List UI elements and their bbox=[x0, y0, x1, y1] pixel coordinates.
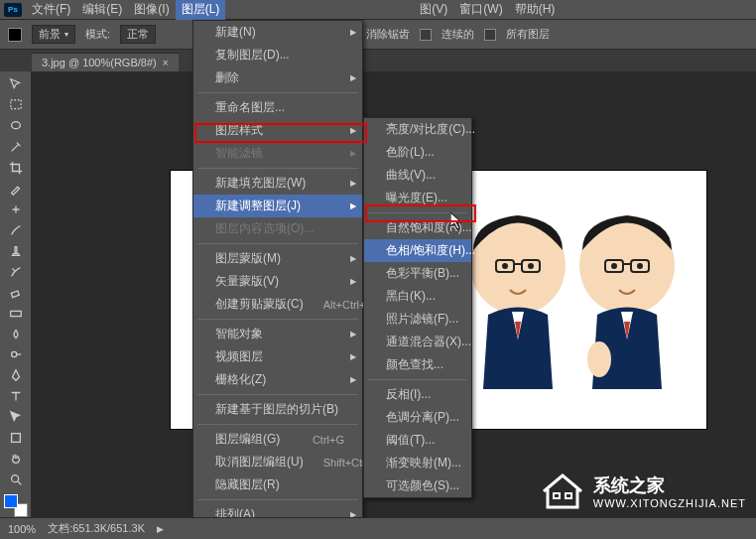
menu-item: 智能滤镜 bbox=[193, 142, 362, 165]
menu-item[interactable]: 色阶(L)... bbox=[364, 141, 471, 164]
contiguous-checkbox[interactable] bbox=[420, 29, 432, 41]
menu-item[interactable]: 图层编组(G)Ctrl+G bbox=[193, 428, 362, 451]
menu-item[interactable]: 阈值(T)... bbox=[364, 429, 471, 452]
menu-item[interactable]: 色调分离(P)... bbox=[364, 406, 471, 429]
menu-item-label: 删除 bbox=[215, 69, 239, 86]
menu-layer[interactable]: 图层(L) bbox=[176, 0, 226, 20]
menu-item-label: 可选颜色(S)... bbox=[386, 477, 459, 494]
color-swatches[interactable] bbox=[4, 494, 28, 517]
chevron-right-icon[interactable]: ▶ bbox=[157, 524, 164, 534]
menu-item[interactable]: 栅格化(Z) bbox=[193, 368, 362, 391]
alllayers-checkbox[interactable] bbox=[484, 29, 496, 41]
menu-item[interactable]: 新建(N) bbox=[193, 21, 362, 44]
blur-tool[interactable] bbox=[4, 325, 28, 343]
close-icon[interactable]: × bbox=[163, 58, 169, 68]
options-bar: 前景▾ 模式: 正常 消除锯齿 连续的 所有图层 bbox=[0, 20, 756, 50]
doc-size: 文档:651.3K/651.3K bbox=[48, 521, 145, 536]
document-tab[interactable]: 3.jpg @ 100%(RGB/8#) × bbox=[32, 53, 179, 71]
fill-swatch[interactable] bbox=[8, 28, 22, 42]
menu-item-label: 矢量蒙版(V) bbox=[215, 273, 279, 290]
menu-item-label: 智能滤镜 bbox=[215, 145, 263, 162]
svg-rect-2 bbox=[11, 291, 19, 298]
crop-tool[interactable] bbox=[4, 159, 28, 178]
gradient-tool[interactable] bbox=[4, 304, 28, 323]
move-tool[interactable] bbox=[4, 75, 28, 94]
menu-item[interactable]: 新建填充图层(W) bbox=[193, 172, 362, 195]
status-bar: 100% 文档:651.3K/651.3K ▶ bbox=[0, 517, 756, 539]
menu-item[interactable]: 新建基于图层的切片(B) bbox=[193, 398, 362, 421]
dodge-tool[interactable] bbox=[4, 345, 28, 364]
menu-view[interactable]: 图(V) bbox=[414, 0, 453, 20]
shape-tool[interactable] bbox=[4, 429, 28, 448]
mode-label: 模式: bbox=[85, 27, 110, 42]
menu-item-label: 新建基于图层的切片(B) bbox=[215, 401, 338, 418]
menu-item[interactable]: 图层蒙版(M) bbox=[193, 247, 362, 270]
foreground-combo[interactable]: 前景▾ bbox=[32, 25, 75, 44]
menu-item-label: 图层样式 bbox=[215, 122, 263, 139]
menu-item[interactable]: 视频图层 bbox=[193, 345, 362, 368]
wand-tool[interactable] bbox=[4, 138, 28, 157]
menu-item[interactable]: 智能对象 bbox=[193, 323, 362, 345]
menu-item[interactable]: 复制图层(D)... bbox=[193, 44, 362, 67]
menu-item[interactable]: 图层样式 bbox=[193, 119, 362, 142]
pen-tool[interactable] bbox=[4, 366, 28, 385]
menu-item-label: 重命名图层... bbox=[215, 99, 285, 116]
menu-item-label: 色彩平衡(B)... bbox=[386, 265, 459, 282]
menu-item[interactable]: 色相/饱和度(H)... bbox=[364, 239, 471, 262]
menu-help[interactable]: 帮助(H) bbox=[509, 0, 562, 20]
heal-tool[interactable] bbox=[4, 201, 28, 219]
menu-file[interactable]: 文件(F) bbox=[26, 0, 76, 20]
menu-item[interactable]: 黑白(K)... bbox=[364, 285, 471, 308]
history-brush-tool[interactable] bbox=[4, 262, 28, 281]
menu-item-label: 新建(N) bbox=[215, 24, 256, 41]
tool-palette bbox=[0, 71, 32, 517]
menu-window[interactable]: 窗口(W) bbox=[453, 0, 508, 20]
svg-point-18 bbox=[637, 263, 643, 269]
menu-item[interactable]: 可选颜色(S)... bbox=[364, 474, 471, 497]
svg-point-17 bbox=[611, 263, 617, 269]
menu-image[interactable]: 图像(I) bbox=[128, 0, 175, 20]
menu-item-label: 自然饱和度(R)... bbox=[386, 219, 472, 236]
menu-item[interactable]: 通道混合器(X)... bbox=[364, 331, 471, 353]
menu-item[interactable]: 删除 bbox=[193, 67, 362, 89]
menu-item[interactable]: 隐藏图层(R) bbox=[193, 473, 362, 496]
menu-item[interactable]: 曝光度(E)... bbox=[364, 187, 471, 209]
brush-tool[interactable] bbox=[4, 220, 28, 239]
menu-item-label: 创建剪贴蒙版(C) bbox=[215, 296, 304, 313]
menu-item-label: 通道混合器(X)... bbox=[386, 334, 471, 350]
shortcut-label: Ctrl+G bbox=[313, 434, 344, 446]
menu-item[interactable]: 渐变映射(M)... bbox=[364, 452, 471, 474]
menu-item[interactable]: 自然饱和度(R)... bbox=[364, 216, 471, 239]
menu-item[interactable]: 颜色查找... bbox=[364, 353, 471, 376]
house-icon bbox=[540, 472, 585, 511]
marquee-tool[interactable] bbox=[4, 96, 28, 115]
menu-item[interactable]: 取消图层编组(U)Shift+Ctrl+G bbox=[193, 451, 362, 473]
menu-item[interactable]: 重命名图层... bbox=[193, 96, 362, 119]
zoom-tool[interactable] bbox=[4, 471, 28, 489]
menu-edit[interactable]: 编辑(E) bbox=[76, 0, 128, 20]
menu-item[interactable]: 新建调整图层(J) bbox=[193, 195, 362, 217]
mode-combo[interactable]: 正常 bbox=[120, 25, 156, 44]
watermark-name: 系统之家 bbox=[593, 473, 746, 497]
menu-item[interactable]: 照片滤镜(F)... bbox=[364, 308, 471, 331]
zoom-level[interactable]: 100% bbox=[8, 523, 36, 535]
svg-rect-0 bbox=[10, 100, 21, 109]
menu-item[interactable]: 创建剪贴蒙版(C)Alt+Ctrl+G bbox=[193, 293, 362, 316]
eyedropper-tool[interactable] bbox=[4, 180, 28, 199]
stamp-tool[interactable] bbox=[4, 241, 28, 260]
type-tool[interactable] bbox=[4, 387, 28, 406]
eraser-tool[interactable] bbox=[4, 283, 28, 302]
path-tool[interactable] bbox=[4, 408, 28, 427]
menu-item[interactable]: 矢量蒙版(V) bbox=[193, 270, 362, 293]
menu-item-label: 图层内容选项(O)... bbox=[215, 220, 314, 237]
menu-item-label: 阈值(T)... bbox=[386, 432, 435, 449]
menu-item[interactable]: 反相(I)... bbox=[364, 383, 471, 406]
lasso-tool[interactable] bbox=[4, 117, 28, 136]
menu-item[interactable]: 曲线(V)... bbox=[364, 164, 471, 187]
menu-item[interactable]: 亮度/对比度(C)... bbox=[364, 118, 471, 141]
svg-point-6 bbox=[11, 475, 18, 482]
hand-tool[interactable] bbox=[4, 450, 28, 469]
menu-item-label: 智能对象 bbox=[215, 326, 263, 342]
menu-item[interactable]: 色彩平衡(B)... bbox=[364, 262, 471, 285]
foreground-color[interactable] bbox=[4, 494, 18, 508]
